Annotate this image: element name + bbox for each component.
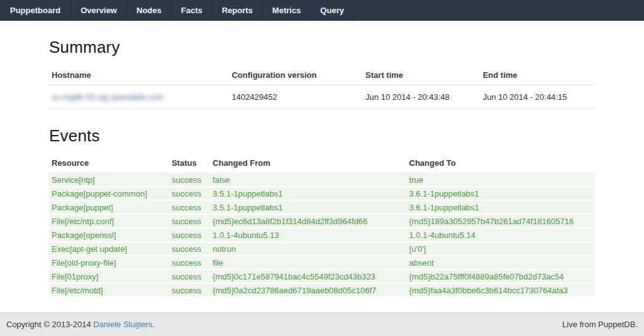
event-changed-to: 1.0.1-4ubuntu5.14 [407,228,595,242]
event-changed-to: [u'0'] [407,242,595,256]
event-status: success [169,173,210,187]
event-row: File[/etc/ntp.conf] success {md5}ec6d13a… [49,214,595,228]
event-changed-to: 3.6.1-1puppetlabs1 [407,187,595,200]
author-link[interactable]: Daniele Sluijters [93,320,152,329]
event-changed-from: false [210,173,406,187]
top-navbar: Puppetboard Overview Nodes Facts Reports… [0,0,644,21]
nav-item-overview[interactable]: Overview [71,0,127,20]
event-changed-to: {md5}189a3052957b47b261ad74f181605716 [407,214,595,228]
event-status: success [169,228,210,242]
event-resource: Package[openssl] [49,228,169,242]
event-resource: Exec[apt-get update] [49,242,169,256]
hostname-cell: xx-mgdb-03.stg.spamable.com [49,85,229,109]
event-changed-to: 3.6.1-1puppetlabs1 [407,200,595,214]
event-status: success [169,214,210,228]
event-resource: File[01proxy] [49,269,169,283]
page-footer: Copyright © 2013-2014 Daniele Sluijters.… [0,312,644,336]
event-status: success [169,187,210,200]
summary-col-config-version: Configuration version [229,65,363,85]
event-changed-from: {md5}ec6d13a8f2b1f314d84d2ff3d964fd66 [210,214,406,228]
event-row: File[01proxy] success {md5}0c171e587941b… [49,269,595,283]
end-time-cell: Jun 10 2014 - 20:44:15 [480,85,595,109]
event-changed-from: notrun [210,242,406,256]
start-time-cell: Jun 10 2014 - 20:43:48 [363,85,480,109]
copyright-text: Copyright © 2013-2014 Daniele Sluijters. [6,320,155,329]
event-changed-from: file [210,256,406,269]
event-row: Exec[apt-get update] success notrun [u'0… [49,242,595,256]
event-changed-to: {md5}faa4a3f0bbe6c3b614bcc1730764afa3 [407,283,595,297]
event-status: success [169,242,210,256]
copyright-suffix: . [152,320,155,329]
event-resource: Package[puppet-common] [49,187,169,200]
event-status: success [169,200,210,214]
events-col-changed-from: Changed From [210,153,406,173]
event-changed-to: {md5}b22a75fff0f4889a85fe07bd2d73ac54 [407,269,595,283]
event-resource: File[old-proxy-file] [49,256,169,269]
event-row: Package[puppet-common] success 3.5.1-1pu… [49,187,595,200]
event-row: Package[puppet] success 3.5.1-1puppetlab… [49,200,595,214]
nav-item-reports[interactable]: Reports [213,0,263,20]
summary-header-row: Hostname Configuration version Start tim… [49,65,595,85]
event-changed-from: 3.5.1-1puppetlabs1 [210,187,406,200]
event-changed-from: {md5}0c171e587941bac4c5549f23cd43b323 [210,269,406,283]
summary-col-end-time: End time [480,65,595,85]
nav-item-query[interactable]: Query [311,0,354,20]
event-row: File[/etc/motd] success {md5}0a2cd23786a… [49,283,595,297]
summary-table: Hostname Configuration version Start tim… [49,65,595,109]
event-changed-from: {md5}0a2cd23786aed6719aaeb08d05c106f7 [210,283,406,297]
summary-col-hostname: Hostname [49,65,229,85]
live-status-text: Live from PuppetDB. [562,320,638,329]
event-status: success [169,256,210,269]
nav-item-facts[interactable]: Facts [172,0,213,20]
event-changed-from: 1.0.1-4ubuntu5.13 [210,228,406,242]
event-resource: File[/etc/motd] [49,283,169,297]
event-row: Package[openssl] success 1.0.1-4ubuntu5.… [49,228,595,242]
summary-col-start-time: Start time [363,65,480,85]
nav-item-metrics[interactable]: Metrics [263,0,311,20]
nav-item-nodes[interactable]: Nodes [127,0,172,20]
summary-data-row: xx-mgdb-03.stg.spamable.com 1402429452 J… [49,85,595,109]
event-changed-to: true [407,173,595,187]
navbar-brand-puppetboard[interactable]: Puppetboard [0,0,71,20]
events-header-row: Resource Status Changed From Changed To [49,153,595,173]
events-col-status: Status [169,153,210,173]
event-row: File[old-proxy-file] success file absent [49,256,595,269]
config-version-cell: 1402429452 [229,85,363,109]
main-content: Summary Hostname Configuration version S… [0,21,644,312]
event-resource: Service[ntp] [49,173,169,187]
events-table: Resource Status Changed From Changed To … [49,153,595,298]
event-status: success [169,269,210,283]
events-col-changed-to: Changed To [407,153,595,173]
event-changed-to: absent [407,256,595,269]
event-resource: Package[puppet] [49,200,169,214]
summary-heading: Summary [49,38,595,57]
event-row: Service[ntp] success false true [49,173,595,187]
event-status: success [169,283,210,297]
events-heading: Events [49,126,595,146]
hostname-link[interactable]: xx-mgdb-03.stg.spamable.com [52,92,164,102]
event-resource: File[/etc/ntp.conf] [49,214,169,228]
events-col-resource: Resource [49,153,169,173]
event-changed-from: 3.5.1-1puppetlabs1 [210,200,406,214]
copyright-prefix: Copyright © 2013-2014 [6,320,93,329]
